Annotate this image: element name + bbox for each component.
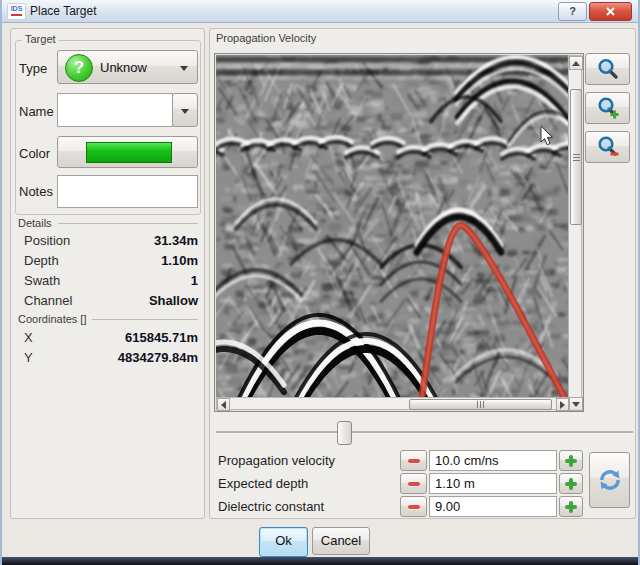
y-value: 4834279.84m	[118, 350, 198, 365]
plus-icon	[565, 478, 577, 490]
magnifier-plus-icon	[596, 96, 620, 120]
dielectric-minus-button[interactable]	[400, 496, 427, 517]
vertical-scroll-thumb[interactable]	[570, 89, 582, 225]
dielectric-plus-button[interactable]	[559, 496, 583, 517]
velocity-slider-handle[interactable]	[337, 421, 352, 445]
coordinates-label: Coordinates []	[18, 313, 86, 325]
help-icon: ?	[569, 5, 576, 17]
ok-button[interactable]: Ok	[259, 527, 308, 557]
depth-value: 1.10m	[161, 253, 198, 268]
refresh-button[interactable]	[589, 452, 630, 508]
radargram-scroll-area	[214, 53, 584, 412]
type-label: Type	[19, 61, 47, 76]
depth-plus-button[interactable]	[559, 473, 583, 494]
help-button[interactable]: ?	[558, 2, 587, 21]
channel-value: Shallow	[149, 293, 198, 308]
app-icon: IDS	[7, 3, 26, 20]
grip-icon	[477, 401, 484, 408]
notes-label: Notes	[19, 184, 53, 199]
place-target-dialog: IDS Place Target ? Target Type ? Unknow …	[0, 0, 640, 565]
swath-value: 1	[191, 273, 198, 288]
close-icon	[606, 7, 615, 16]
detail-row: Position 31.34m	[24, 233, 198, 248]
radargram-canvas[interactable]	[216, 55, 568, 397]
magnifier-icon	[596, 57, 620, 81]
coordinate-row: Y 4834279.84m	[24, 350, 198, 365]
plus-icon	[565, 455, 577, 467]
zoom-in-button[interactable]	[585, 92, 630, 124]
target-group-label: Target	[22, 33, 59, 45]
velocity-group-label: Propagation Velocity	[216, 32, 316, 44]
title-bar[interactable]: IDS Place Target ?	[2, 0, 638, 23]
plus-icon	[565, 501, 577, 513]
detail-row: Channel Shallow	[24, 293, 198, 308]
minus-icon	[408, 459, 420, 463]
expected-depth-label: Expected depth	[218, 476, 308, 491]
scroll-up-icon	[572, 61, 580, 66]
mouse-cursor	[540, 126, 554, 147]
close-button[interactable]	[589, 2, 632, 21]
detail-row: Swath 1	[24, 273, 198, 288]
coordinates-header: Coordinates []	[18, 313, 198, 325]
chevron-down-icon	[181, 109, 189, 114]
window-title: Place Target	[30, 4, 97, 18]
depth-field[interactable]: 1.10 m	[429, 473, 557, 494]
name-label: Name	[19, 104, 54, 119]
propagation-velocity-label: Propagation velocity	[218, 453, 335, 468]
scroll-right-button[interactable]	[556, 398, 569, 411]
depth-minus-button[interactable]	[400, 473, 427, 494]
velocity-minus-button[interactable]	[400, 450, 427, 471]
minus-icon	[408, 505, 420, 509]
horizontal-scroll-thumb[interactable]	[409, 399, 552, 410]
velocity-field[interactable]: 10.0 cm/ns	[429, 450, 557, 471]
scroll-down-icon	[572, 402, 580, 407]
name-input[interactable]	[57, 93, 173, 127]
name-dropdown-button[interactable]	[172, 93, 198, 127]
grip-icon	[573, 154, 580, 161]
color-label: Color	[19, 146, 50, 161]
scroll-down-button[interactable]	[569, 397, 583, 411]
type-dropdown[interactable]: ? Unknow	[57, 50, 198, 84]
dielectric-constant-label: Dielectric constant	[218, 499, 324, 514]
scroll-left-button[interactable]	[217, 398, 230, 411]
notes-input[interactable]	[57, 175, 198, 208]
color-button[interactable]	[57, 136, 198, 168]
zoom-out-button[interactable]	[585, 131, 630, 163]
magnifier-minus-icon	[596, 135, 620, 159]
minus-icon	[408, 482, 420, 486]
details-label: Details	[18, 217, 52, 229]
scroll-right-icon	[560, 401, 565, 409]
dielectric-field[interactable]: 9.00	[429, 496, 557, 517]
cancel-button[interactable]: Cancel	[312, 527, 370, 555]
scroll-up-button[interactable]	[569, 56, 583, 70]
scroll-left-icon	[221, 401, 226, 409]
details-header: Details	[18, 217, 198, 229]
vertical-scrollbar[interactable]	[568, 55, 582, 410]
velocity-slider-track[interactable]	[216, 431, 633, 434]
window-bottom-border	[2, 557, 640, 565]
app-icon-text: IDS	[8, 4, 25, 14]
coordinate-row: X 615845.71m	[24, 330, 198, 345]
x-value: 615845.71m	[125, 330, 198, 345]
position-value: 31.34m	[154, 233, 198, 248]
color-swatch	[86, 142, 172, 163]
type-value: Unknow	[100, 60, 147, 75]
velocity-plus-button[interactable]	[559, 450, 583, 471]
refresh-icon	[597, 467, 623, 493]
detail-row: Depth 1.10m	[24, 253, 198, 268]
zoom-fit-button[interactable]	[585, 53, 630, 85]
question-circle-icon: ?	[65, 54, 93, 82]
chevron-down-icon	[180, 66, 188, 71]
horizontal-scrollbar[interactable]	[216, 397, 568, 410]
